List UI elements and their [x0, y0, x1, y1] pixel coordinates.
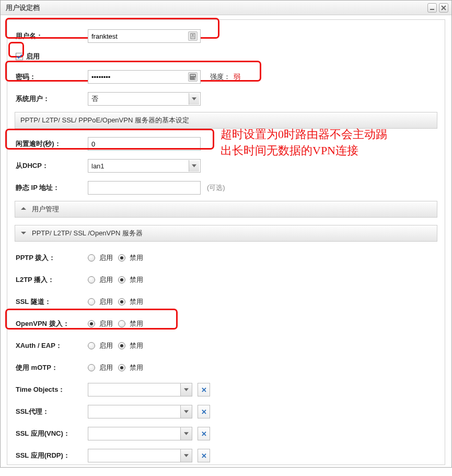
dialog-body: 超时设置为0时路由器不会主动踢出长时间无数据的VPN连接 用户名： [1, 15, 451, 467]
l2tp-enable-radio[interactable] [88, 276, 95, 284]
sslrdp-select[interactable] [88, 449, 192, 462]
row-time-objects: Time Objects： ✕ [15, 381, 437, 399]
sslproxy-label: SSL代理： [15, 407, 88, 416]
timeobj-clear-button[interactable]: ✕ [198, 383, 210, 396]
accordion-label: PPTP/ L2TP/ SSL /OpenVPN 服务器 [32, 229, 143, 238]
username-label: 用户名： [15, 31, 88, 41]
accordion-vpn-servers[interactable]: PPTP/ L2TP/ SSL /OpenVPN 服务器 [15, 225, 437, 242]
sslrdp-label: SSL 应用(RDP)： [15, 451, 88, 460]
password-input[interactable] [88, 70, 201, 84]
radio-enable-label: 启用 [99, 253, 113, 263]
contact-icon[interactable] [188, 31, 198, 41]
svg-rect-3 [192, 37, 194, 37]
dhcp-value: lan1 [91, 162, 105, 170]
ssl-disable-radio[interactable] [118, 298, 125, 305]
enable-label: 启用 [26, 52, 40, 61]
radio-enable-label: 启用 [99, 297, 113, 307]
idle-label: 闲置逾时(秒)： [15, 139, 88, 149]
keypad-icon[interactable]: 1 [188, 72, 198, 82]
accordion-user-mgmt[interactable]: 用户管理 [15, 201, 437, 218]
row-static-ip: 静态 IP 地址： (可选) [15, 179, 437, 197]
staticip-input[interactable] [88, 181, 201, 195]
row-ssl-vnc: SSL 应用(VNC)： ✕ [15, 425, 437, 443]
strength-value: 弱 [234, 72, 240, 82]
radio-disable-label: 禁用 [130, 341, 143, 350]
radio-disable-label: 禁用 [130, 297, 143, 307]
close-button[interactable] [439, 3, 448, 13]
pptp-disable-radio[interactable] [118, 254, 125, 262]
pptp-enable-radio[interactable] [88, 254, 95, 262]
svg-rect-6 [192, 75, 193, 76]
row-enable: 启用 [15, 49, 437, 64]
staticip-label: 静态 IP 地址： [15, 183, 88, 192]
chevron-down-icon [180, 427, 192, 440]
row-idle-timeout: 闲置逾时(秒)： [15, 135, 437, 153]
svg-rect-5 [191, 75, 192, 76]
ssl-label: SSL 隧道： [15, 297, 88, 307]
sysuser-value: 否 [91, 94, 98, 104]
dhcp-select[interactable]: lan1 [88, 159, 201, 173]
l2tp-disable-radio[interactable] [118, 276, 125, 284]
radio-enable-label: 启用 [99, 363, 113, 372]
openvpn-enable-radio[interactable] [88, 320, 95, 327]
ssl-enable-radio[interactable] [88, 298, 95, 305]
row-l2tp: L2TP 播入： 启用 禁用 [15, 271, 437, 289]
motp-disable-radio[interactable] [118, 364, 125, 371]
row-openvpn: OpenVPN 拨入： 启用 禁用 [15, 315, 437, 333]
minimize-button[interactable] [427, 3, 437, 13]
svg-text:1: 1 [194, 77, 196, 80]
svg-rect-0 [430, 9, 434, 10]
row-pptp: PPTP 拨入： 启用 禁用 [15, 249, 437, 267]
row-motp: 使用 mOTP： 启用 禁用 [15, 359, 437, 377]
row-xauth: XAuth / EAP： 启用 禁用 [15, 337, 437, 355]
sslproxy-select[interactable] [88, 405, 192, 418]
svg-rect-7 [194, 75, 195, 76]
idle-input[interactable] [88, 137, 201, 151]
radio-disable-label: 禁用 [130, 363, 143, 372]
chevron-up-icon [20, 206, 27, 213]
row-ssl: SSL 隧道： 启用 禁用 [15, 293, 437, 311]
sysuser-label: 系统用户： [15, 94, 88, 104]
form-panel: 超时设置为0时路由器不会主动踢出长时间无数据的VPN连接 用户名： [7, 19, 445, 465]
pptp-label: PPTP 拨入： [15, 253, 88, 263]
chevron-down-icon [189, 160, 199, 172]
password-label: 密码： [15, 72, 88, 82]
motp-enable-radio[interactable] [88, 364, 95, 371]
radio-enable-label: 启用 [99, 319, 113, 328]
l2tp-label: L2TP 播入： [15, 275, 88, 285]
sslvnc-select[interactable] [88, 427, 192, 440]
strength-label: 强度： [210, 72, 230, 82]
section-basic-settings: PPTP/ L2TP/ SSL/ PPPoE/OpenVPN 服务器的基本设定 [15, 112, 437, 129]
sslproxy-clear-button[interactable]: ✕ [198, 405, 210, 418]
dialog-window: 用户设定档 超时设置为0时路由器不会主动踢出长时间无数据的VPN连接 用户名： [0, 0, 452, 468]
sslrdp-clear-button[interactable]: ✕ [198, 449, 210, 462]
radio-disable-label: 禁用 [130, 253, 143, 263]
timeobj-label: Time Objects： [15, 385, 88, 394]
sysuser-select[interactable]: 否 [88, 92, 201, 106]
row-password: 密码： 1 强度： 弱 [15, 68, 437, 86]
chevron-down-icon [180, 405, 192, 418]
username-input[interactable] [88, 29, 201, 43]
row-ssl-rdp: SSL 应用(RDP)： ✕ [15, 447, 437, 464]
sslvnc-label: SSL 应用(VNC)： [15, 429, 88, 438]
row-ssl-proxy: SSL代理： ✕ [15, 403, 437, 421]
xauth-disable-radio[interactable] [118, 342, 125, 349]
openvpn-disable-radio[interactable] [118, 320, 125, 327]
staticip-hint: (可选) [207, 183, 225, 192]
dhcp-label: 从DHCP： [15, 161, 88, 171]
radio-enable-label: 启用 [99, 341, 113, 350]
xauth-enable-radio[interactable] [88, 342, 95, 349]
enable-checkbox[interactable] [16, 53, 23, 60]
sslvnc-clear-button[interactable]: ✕ [198, 427, 210, 440]
row-dhcp: 从DHCP： lan1 [15, 157, 437, 175]
timeobj-select[interactable] [88, 383, 192, 396]
openvpn-label: OpenVPN 拨入： [15, 319, 88, 328]
svg-point-2 [192, 35, 194, 36]
window-title: 用户设定档 [6, 3, 40, 13]
row-sysuser: 系统用户： 否 [15, 90, 437, 108]
chevron-down-icon [189, 93, 199, 105]
motp-label: 使用 mOTP： [15, 363, 88, 372]
accordion-label: 用户管理 [32, 205, 59, 214]
chevron-down-icon [20, 230, 27, 237]
chevron-down-icon [180, 449, 192, 462]
